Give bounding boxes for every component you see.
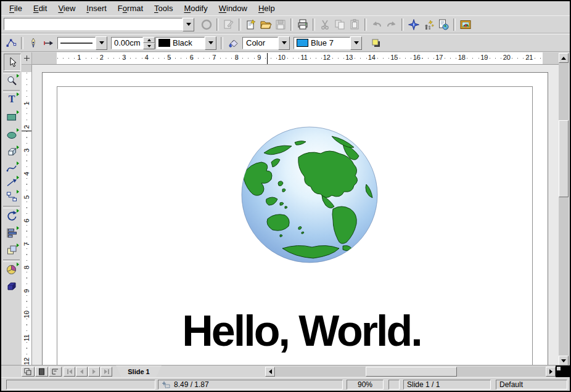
vertical-ruler-numbers: 123456789101112 xyxy=(22,92,31,365)
horizontal-scrollbar-thumb[interactable] xyxy=(366,367,457,377)
undo-icon[interactable] xyxy=(369,17,384,32)
first-slide-button[interactable] xyxy=(64,367,75,377)
line-color-swatch xyxy=(158,39,170,47)
ruler-number: 7 xyxy=(22,239,32,249)
scroll-right-button[interactable] xyxy=(546,367,556,377)
menu-edit[interactable]: Edit xyxy=(28,2,52,14)
drawing-canvas[interactable]: Hello, World. xyxy=(32,65,559,365)
select-tool[interactable] xyxy=(4,54,21,71)
stop-icon[interactable] xyxy=(199,17,214,32)
tab-bar: Slide 1 xyxy=(1,365,570,377)
toolbar-separator xyxy=(453,18,456,31)
horizontal-scrollbar[interactable] xyxy=(276,367,546,377)
edit-file-icon[interactable] xyxy=(221,17,236,32)
insert-pie-tool[interactable] xyxy=(4,261,20,277)
arrange-tool[interactable] xyxy=(4,242,20,258)
insert-text-tool[interactable]: T xyxy=(4,91,20,107)
area-fill-type-select[interactable]: Color xyxy=(242,36,290,50)
line-color-dropdown-button[interactable] xyxy=(205,36,216,50)
line-style-select[interactable] xyxy=(57,36,107,50)
url-combobox xyxy=(4,18,194,31)
menu-help[interactable]: Help xyxy=(253,2,281,14)
horizontal-pointer-indicator xyxy=(267,53,268,64)
globe-image[interactable] xyxy=(239,125,380,266)
slide-indicator-field[interactable]: Slide 1 / 1 xyxy=(403,380,491,390)
3d-objects-tool[interactable] xyxy=(4,144,20,160)
horizontal-ruler: 123456789101112131415161718192021 xyxy=(32,52,559,65)
line-pen-icon[interactable] xyxy=(26,36,41,51)
zoom-icon[interactable] xyxy=(421,17,436,32)
position-crosshair-icon xyxy=(162,381,170,388)
ruler-number: 12 xyxy=(22,356,32,365)
menu-file[interactable]: File xyxy=(4,2,28,14)
connector-tool[interactable] xyxy=(4,189,20,205)
line-style-dropdown-button[interactable] xyxy=(96,36,107,50)
menu-bar: File Edit View Insert Format Tools Modif… xyxy=(1,1,570,15)
shadow-icon[interactable] xyxy=(369,36,384,51)
master-view-button[interactable] xyxy=(35,367,48,377)
rotate-tool[interactable] xyxy=(4,208,20,224)
slide-tab[interactable]: Slide 1 xyxy=(116,365,162,377)
layer-view-button[interactable] xyxy=(49,367,62,377)
navigator-icon[interactable] xyxy=(406,17,421,32)
ruler-number: 6 xyxy=(181,54,203,61)
new-document-icon[interactable] xyxy=(244,17,258,32)
slide-title-text[interactable]: Hello, World. xyxy=(182,306,421,356)
url-dropdown-button[interactable] xyxy=(183,18,194,31)
hyperlink-document-icon[interactable] xyxy=(436,17,451,32)
alignment-tool[interactable] xyxy=(4,225,20,241)
line-width-up-button[interactable] xyxy=(143,37,155,43)
toolbar-separator xyxy=(364,18,367,31)
slide-view-button[interactable] xyxy=(22,367,35,377)
save-document-icon[interactable] xyxy=(273,17,288,32)
cut-icon[interactable] xyxy=(318,17,332,32)
scroll-left-button[interactable] xyxy=(265,367,275,377)
area-fill-type-dropdown-button[interactable] xyxy=(278,36,290,50)
app-window: File Edit View Insert Format Tools Modif… xyxy=(0,0,571,392)
menu-insert[interactable]: Insert xyxy=(81,2,112,14)
ruler-number: 3 xyxy=(113,54,136,61)
edit-points-icon[interactable] xyxy=(4,36,18,51)
copy-icon[interactable] xyxy=(332,17,347,32)
next-slide-button[interactable] xyxy=(88,367,100,377)
scroll-down-button[interactable] xyxy=(559,356,569,365)
line-width-value[interactable]: 0.00cm xyxy=(111,37,143,49)
pointer-position-field[interactable]: 8.49 / 1.87 xyxy=(158,380,343,390)
menu-window[interactable]: Window xyxy=(213,2,253,14)
ellipse-tool[interactable] xyxy=(4,127,20,143)
paste-icon[interactable] xyxy=(347,17,362,32)
menu-modify[interactable]: Modify xyxy=(178,2,213,14)
scroll-up-button[interactable] xyxy=(559,53,569,63)
line-width-down-button[interactable] xyxy=(143,43,155,49)
menu-tools[interactable]: Tools xyxy=(149,2,178,14)
line-color-value: Black xyxy=(155,37,205,49)
object-toolbar: 0.00cm Black Color Blue 7 xyxy=(1,34,570,52)
redo-icon[interactable] xyxy=(384,17,399,32)
effects-3d-tool[interactable] xyxy=(4,279,20,295)
gallery-icon[interactable] xyxy=(458,17,473,32)
line-color-select[interactable]: Black xyxy=(155,36,216,50)
rectangle-tool[interactable] xyxy=(4,109,20,125)
previous-slide-button[interactable] xyxy=(76,367,88,377)
vertical-scrollbar[interactable] xyxy=(559,53,569,365)
last-slide-button[interactable] xyxy=(101,367,112,377)
print-file-icon[interactable] xyxy=(295,17,310,32)
arrow-style-icon[interactable] xyxy=(41,36,55,51)
ruler-number: 21 xyxy=(518,54,541,61)
horizontal-ruler-numbers: 123456789101112131415161718192021 xyxy=(68,54,541,61)
vertical-scrollbar-thumb[interactable] xyxy=(559,120,569,197)
line-width-spinner[interactable]: 0.00cm xyxy=(111,37,152,49)
toolbar-separator xyxy=(401,18,404,31)
area-style-can-icon[interactable] xyxy=(226,36,240,51)
menu-format[interactable]: Format xyxy=(112,2,149,14)
ruler-number: 9 xyxy=(22,286,32,296)
area-fill-color-dropdown-button[interactable] xyxy=(350,36,362,50)
zoom-level-field[interactable]: 90% xyxy=(347,380,384,390)
open-document-icon[interactable] xyxy=(258,17,273,32)
window-resize-corner[interactable] xyxy=(556,365,570,378)
zoom-tool[interactable] xyxy=(4,73,20,89)
area-fill-color-select[interactable]: Blue 7 xyxy=(294,36,362,50)
url-input[interactable] xyxy=(4,18,183,30)
page-style-field[interactable]: Default xyxy=(496,380,567,390)
menu-view[interactable]: View xyxy=(52,2,81,14)
